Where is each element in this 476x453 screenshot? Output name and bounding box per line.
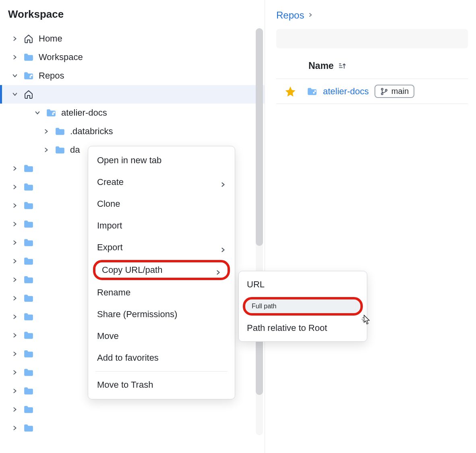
tree-label: Repos: [39, 71, 64, 81]
folder-icon: [23, 367, 34, 378]
tree-atelier-docs[interactable]: atelier-docs: [0, 104, 265, 122]
chevron-right-icon: [11, 54, 19, 61]
svg-point-4: [313, 92, 315, 94]
folder-icon: [23, 349, 34, 359]
folder-icon: [23, 182, 34, 192]
tree-item[interactable]: [0, 400, 265, 419]
tree-home[interactable]: Home: [0, 29, 265, 48]
chevron-right-icon: [11, 202, 19, 209]
folder-icon: [55, 126, 65, 137]
chevron-right-icon: [11, 220, 19, 228]
chevron-right-icon: [43, 146, 50, 154]
sort-ascending-icon: [338, 62, 347, 71]
chevron-right-icon: [11, 183, 19, 191]
branch-label: main: [391, 87, 409, 96]
scrollbar-thumb[interactable]: [256, 28, 263, 246]
sidebar-title: Workspace: [0, 0, 265, 29]
column-name: Name: [308, 60, 334, 71]
folder-icon: [23, 293, 34, 303]
chevron-right-icon: [11, 313, 19, 320]
tree-workspace[interactable]: Workspace: [0, 48, 265, 66]
menu-export[interactable]: Export: [88, 237, 235, 258]
folder-icon: [23, 52, 34, 62]
chevron-right-icon: [11, 295, 19, 302]
svg-point-2: [52, 113, 54, 115]
table-header[interactable]: Name: [276, 60, 468, 79]
chevron-right-icon: [215, 267, 221, 273]
chevron-right-icon: [11, 276, 19, 283]
submenu-full-path[interactable]: Full path: [243, 297, 363, 316]
folder-icon: [23, 256, 34, 266]
submenu-copy-url-path: URL Full path Path relative to Root: [238, 271, 367, 342]
repo-folder-icon: [46, 108, 56, 118]
repo-link[interactable]: atelier-docs: [323, 86, 369, 97]
folder-icon: [23, 200, 34, 211]
tree-label: atelier-docs: [61, 108, 107, 118]
folder-icon: [55, 145, 65, 155]
folder-icon: [23, 423, 34, 433]
menu-create[interactable]: Create: [88, 171, 235, 193]
folder-icon: [23, 237, 34, 248]
folder-icon: [23, 386, 34, 396]
menu-share[interactable]: Share (Permissions): [88, 303, 235, 325]
tree-label: da: [70, 145, 80, 155]
chevron-right-icon: [308, 10, 313, 21]
cursor-pointer-icon: [361, 314, 371, 326]
repo-folder-icon: [23, 71, 34, 81]
menu-rename[interactable]: Rename: [88, 282, 235, 303]
folder-icon: [23, 219, 34, 229]
svg-point-6: [381, 88, 383, 90]
home-icon: [23, 33, 34, 44]
main-content: Repos Name atelier-docs main: [265, 0, 476, 453]
home-icon: [23, 89, 34, 100]
menu-separator: [95, 371, 228, 372]
table-row[interactable]: atelier-docs main: [276, 79, 468, 104]
chevron-down-icon: [34, 109, 41, 116]
chevron-right-icon: [11, 332, 19, 339]
svg-point-0: [29, 76, 31, 78]
folder-icon: [23, 163, 34, 174]
tree-databricks[interactable]: .databricks: [0, 122, 265, 141]
folder-icon: [23, 312, 34, 322]
tree-user-home[interactable]: [0, 85, 265, 104]
chevron-right-icon: [220, 179, 226, 185]
breadcrumb-link[interactable]: Repos: [276, 10, 304, 21]
chevron-right-icon: [11, 406, 19, 413]
submenu-path-relative[interactable]: Path relative to Root: [239, 317, 367, 339]
menu-import[interactable]: Import: [88, 215, 235, 237]
menu-copy-url-path[interactable]: Copy URL/path: [93, 260, 230, 280]
tree-repos[interactable]: Repos: [0, 66, 265, 85]
redacted-bar: [276, 29, 468, 48]
chevron-right-icon: [11, 258, 19, 265]
menu-move-trash[interactable]: Move to Trash: [88, 374, 235, 396]
chevron-right-icon: [11, 369, 19, 376]
tree-label: .databricks: [70, 126, 113, 137]
tree-item[interactable]: [0, 419, 265, 437]
menu-move[interactable]: Move: [88, 325, 235, 347]
chevron-right-icon: [11, 424, 19, 432]
folder-icon: [23, 404, 34, 415]
svg-point-5: [314, 90, 316, 91]
chevron-right-icon: [11, 35, 19, 42]
chevron-down-icon: [11, 91, 19, 98]
chevron-down-icon: [11, 72, 19, 79]
breadcrumb: Repos: [276, 10, 476, 29]
menu-open-new-tab[interactable]: Open in new tab: [88, 150, 235, 171]
submenu-url[interactable]: URL: [239, 274, 367, 295]
tree-label: Home: [39, 33, 62, 44]
menu-add-favorites[interactable]: Add to favorites: [88, 347, 235, 369]
repo-folder-icon: [307, 86, 317, 97]
star-icon[interactable]: [284, 85, 296, 98]
menu-clone[interactable]: Clone: [88, 193, 235, 215]
tree-label: Workspace: [39, 52, 83, 62]
chevron-right-icon: [11, 350, 19, 357]
folder-icon: [23, 330, 34, 341]
branch-button[interactable]: main: [375, 85, 414, 98]
git-branch-icon: [380, 87, 388, 96]
chevron-right-icon: [43, 128, 50, 135]
chevron-right-icon: [11, 239, 19, 246]
svg-point-8: [385, 89, 387, 91]
chevron-right-icon: [11, 165, 19, 172]
chevron-right-icon: [11, 387, 19, 395]
chevron-right-icon: [220, 245, 226, 250]
